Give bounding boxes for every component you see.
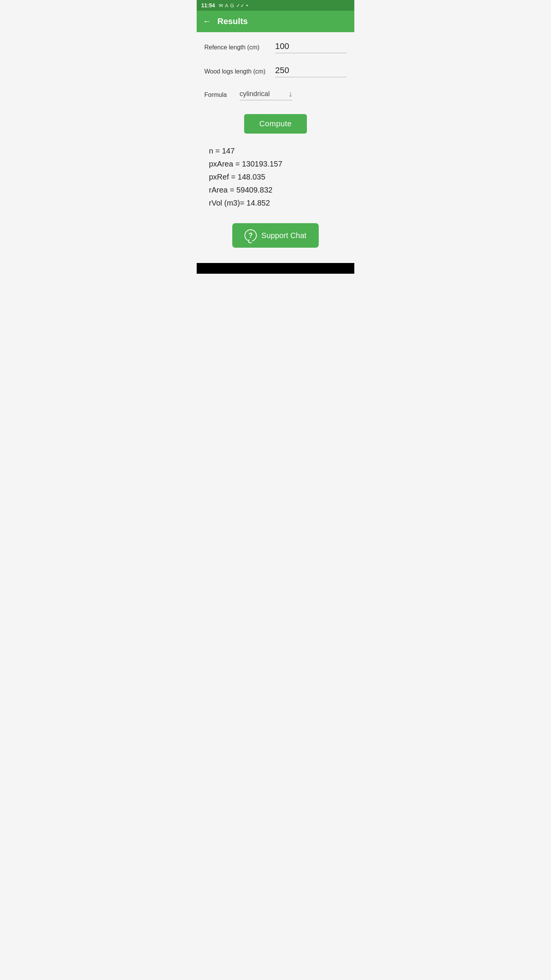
reference-length-input-wrap: 100 [275, 41, 347, 53]
support-chat-icon: ? [245, 229, 257, 242]
reference-length-label: Refence length (cm) [204, 44, 275, 53]
result-n: n = 147 [209, 144, 347, 157]
reference-length-row: Refence length (cm) 100 [204, 41, 347, 53]
toolbar: ← Results [197, 11, 354, 32]
compute-button[interactable]: Compute [244, 114, 307, 134]
dot-icon: • [246, 3, 248, 8]
wood-logs-length-label: Wood logs length (cm) [204, 68, 275, 77]
back-button[interactable]: ← [203, 16, 211, 26]
question-mark: ? [249, 232, 253, 240]
reference-length-value[interactable]: 100 [275, 41, 347, 53]
support-chat-label: Support Chat [261, 231, 306, 240]
status-time: 11:54 [201, 2, 215, 8]
status-bar: 11:54 ✉ A G ✓✓ • [197, 0, 354, 11]
check-icon: ✓✓ [236, 3, 245, 8]
chevron-down-icon: ↓ [289, 90, 292, 98]
formula-label: Formula [204, 91, 235, 98]
g-icon: G [230, 3, 234, 8]
formula-select[interactable]: cylindrical ↓ [240, 90, 292, 100]
result-rvol: rVol (m3)= 14.852 [209, 196, 347, 209]
main-content: Refence length (cm) 100 Wood logs length… [197, 32, 354, 263]
status-icons: ✉ A G ✓✓ • [219, 3, 248, 8]
result-rarea: rArea = 59409.832 [209, 183, 347, 196]
wood-logs-length-value[interactable]: 250 [275, 65, 347, 77]
bottom-bar [197, 263, 354, 274]
result-pxref: pxRef = 148.035 [209, 170, 347, 183]
results-section: n = 147 pxArea = 130193.157 pxRef = 148.… [204, 144, 347, 209]
formula-row: Formula cylindrical ↓ [204, 90, 347, 100]
a-icon: A [225, 3, 228, 8]
wood-logs-length-underline [275, 77, 347, 77]
mail-icon: ✉ [219, 3, 223, 8]
support-chat-button[interactable]: ? Support Chat [232, 223, 319, 248]
wood-logs-length-row: Wood logs length (cm) 250 [204, 65, 347, 77]
page-title: Results [217, 16, 248, 26]
formula-value: cylindrical [240, 90, 285, 98]
wood-logs-length-input-wrap: 250 [275, 65, 347, 77]
reference-length-underline [275, 53, 347, 53]
result-pxarea: pxArea = 130193.157 [209, 157, 347, 170]
